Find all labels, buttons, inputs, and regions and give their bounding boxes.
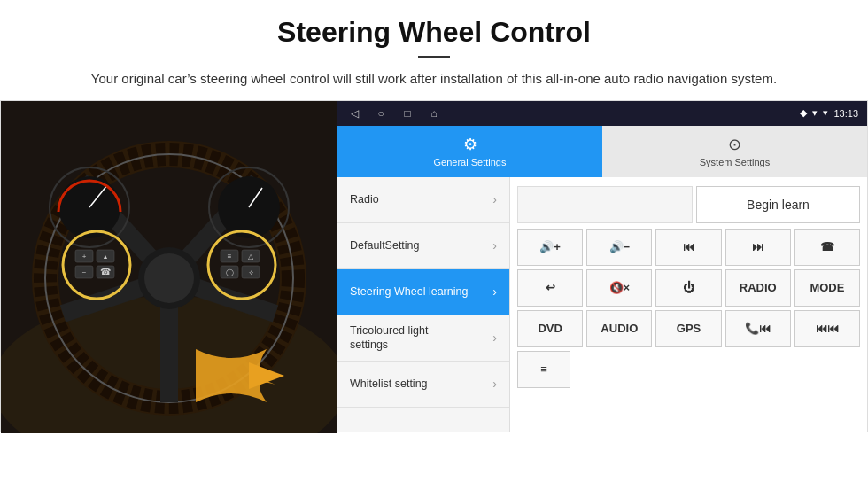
phone-icon: ☎ [820,240,834,253]
gps-label: GPS [677,322,701,335]
chevron-right-icon: › [492,331,497,345]
button-row-4: ≡ [517,351,860,388]
menu-nav-icon[interactable]: ⌂ [426,105,442,121]
menu-whitelist-label: Whitelist setting [350,377,428,391]
vol-down-button[interactable]: 🔊− [586,229,652,266]
chevron-right-icon: › [492,192,497,206]
audio-button[interactable]: AUDIO [586,310,652,347]
prev-track-button[interactable]: ⏮ [655,229,721,266]
top-tabs: ⚙ General Settings ⊙ System Settings [337,126,867,177]
clock: 13:13 [833,108,858,119]
page-wrapper: Steering Wheel Control Your original car… [0,0,868,432]
svg-text:+: + [82,253,87,261]
chevron-right-icon: › [492,377,497,391]
next-track-icon: ⏭ [752,240,763,253]
tab-system-settings-label: System Settings [700,157,770,167]
title-divider [418,56,450,58]
button-row-1: 🔊+ 🔊− ⏮ ⏭ ☎ [517,229,860,266]
menu-item-default-setting[interactable]: DefaultSetting › [337,223,509,269]
steering-wheel-svg: + − ▲ ☎ ≡ ◯ △ ⟡ [1,101,337,433]
content-area: + − ▲ ☎ ≡ ◯ △ ⟡ [0,100,868,432]
location-icon: ◆ [800,107,807,119]
status-bar: ◁ ○ □ ⌂ ◆ ▾ ▾ 13:13 [337,101,867,126]
home-nav-icon[interactable]: ○ [373,105,389,121]
mode-label: MODE [810,281,844,294]
status-left: ◁ ○ □ ⌂ [346,105,442,121]
menu-item-whitelist[interactable]: Whitelist setting › [337,362,509,408]
vol-down-icon: 🔊− [609,240,631,253]
mode-button[interactable]: MODE [794,269,860,307]
signal-icon: ▾ [823,107,828,119]
power-button[interactable]: ⏻ [655,269,721,307]
right-panel: Begin learn 🔊+ 🔊− [510,177,867,432]
svg-text:△: △ [248,253,254,261]
hang-up-icon: ↩ [546,281,555,294]
begin-learn-button[interactable]: Begin learn [696,186,860,223]
status-right: ◆ ▾ ▾ 13:13 [800,107,858,119]
mute-icon: 🔇× [609,281,631,294]
radio-label: RADIO [740,281,777,294]
subtitle: Your original car’s steering wheel contr… [71,69,797,89]
whitelist-list-icon: ≡ [540,362,547,376]
car-image-section: + − ▲ ☎ ≡ ◯ △ ⟡ [1,101,337,433]
mute-button[interactable]: 🔇× [586,269,652,307]
menu-radio-label: Radio [350,192,379,206]
svg-text:☎: ☎ [100,267,111,276]
tel-prev-button[interactable]: 📞⏮ [725,310,791,347]
rwd-button[interactable]: ⏮⏮ [794,310,860,347]
prev-track-icon: ⏮ [683,240,694,253]
main-split: Radio › DefaultSetting › Steering Wheel … [337,177,867,432]
dvd-label: DVD [538,322,562,335]
back-nav-icon[interactable]: ◁ [346,105,362,121]
svg-text:◯: ◯ [226,268,234,276]
button-row-3: DVD AUDIO GPS 📞⏮ [517,310,860,347]
phone-button[interactable]: ☎ [794,229,860,266]
dvd-button[interactable]: DVD [517,310,583,347]
tab-general-settings[interactable]: ⚙ General Settings [337,126,602,177]
tel-prev-icon: 📞⏮ [745,322,771,335]
whitelist-icon-button[interactable]: ≡ [517,351,570,388]
button-grid: 🔊+ 🔊− ⏮ ⏭ ☎ [517,229,860,388]
rwd-icon: ⏮⏮ [816,322,839,335]
menu-steering-label: Steering Wheel learning [350,284,468,299]
power-icon: ⏻ [683,281,694,294]
menu-tricoloured-label: Tricoloured lightsettings [350,323,428,353]
chevron-right-icon: › [492,238,497,253]
audio-label: AUDIO [601,322,638,335]
tab-system-settings[interactable]: ⊙ System Settings [602,126,867,177]
menu-item-radio[interactable]: Radio › [337,177,509,223]
menu-default-label: DefaultSetting [350,238,420,253]
svg-text:≡: ≡ [228,253,232,261]
general-settings-icon: ⚙ [463,135,477,154]
wifi-icon: ▾ [812,107,818,119]
svg-point-11 [144,253,194,303]
radio-button[interactable]: RADIO [725,269,791,307]
tab-general-settings-label: General Settings [434,157,507,167]
chevron-right-icon: › [492,284,497,299]
android-ui: ◁ ○ □ ⌂ ◆ ▾ ▾ 13:13 ⚙ General Settings [337,101,867,432]
header-section: Steering Wheel Control Your original car… [0,0,868,100]
vol-up-button[interactable]: 🔊+ [517,229,583,266]
page-title: Steering Wheel Control [35,16,833,49]
hang-up-button[interactable]: ↩ [517,269,583,307]
menu-item-tricoloured[interactable]: Tricoloured lightsettings › [337,315,509,362]
empty-input-cell [517,186,693,223]
system-settings-icon: ⊙ [728,135,741,154]
next-track-button[interactable]: ⏭ [725,229,791,266]
svg-text:▲: ▲ [103,253,109,260]
svg-text:−: − [82,268,87,276]
button-row-2: ↩ 🔇× ⏻ RADIO MO [517,269,860,307]
begin-learn-row: Begin learn [517,184,860,225]
gps-button[interactable]: GPS [655,310,721,347]
vol-up-icon: 🔊+ [539,240,561,253]
recents-nav-icon[interactable]: □ [399,105,415,121]
left-menu: Radio › DefaultSetting › Steering Wheel … [337,177,510,432]
menu-item-steering-wheel[interactable]: Steering Wheel learning › [337,269,509,315]
